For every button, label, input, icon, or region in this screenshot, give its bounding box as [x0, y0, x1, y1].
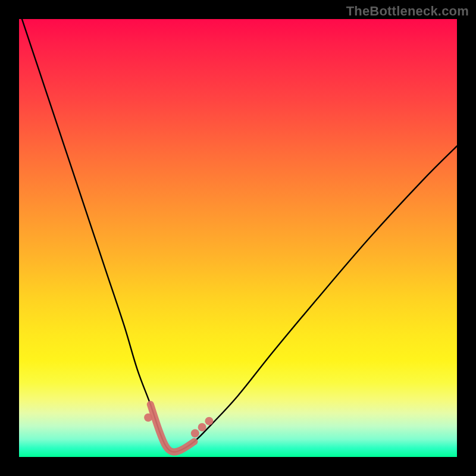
marker-dot: [198, 423, 206, 431]
marker-dot: [144, 414, 152, 422]
chart-frame: TheBottleneck.com: [0, 0, 476, 476]
trough-highlight: [151, 405, 195, 452]
chart-svg: [19, 19, 457, 457]
marker-dot: [191, 429, 199, 437]
watermark-label: TheBottleneck.com: [346, 4, 469, 19]
plot-area: [19, 19, 457, 457]
marker-dot: [205, 417, 213, 425]
bottleneck-curve: [19, 19, 457, 452]
